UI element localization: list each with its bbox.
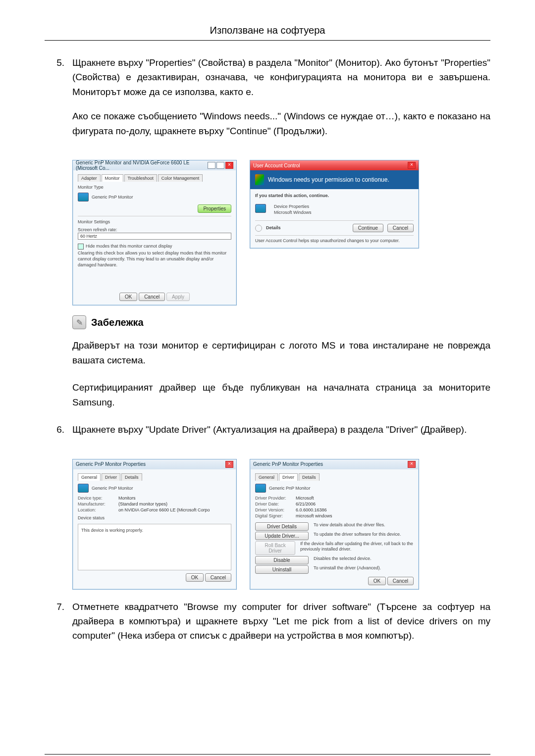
uac-actions: Details Continue Cancel — [255, 224, 414, 232]
apply-button: Apply — [166, 293, 190, 301]
driver-date-label: Driver Date: — [255, 502, 291, 506]
min-icon[interactable] — [208, 162, 215, 169]
cancel-button[interactable]: Cancel — [205, 573, 231, 582]
tab-general[interactable]: General — [255, 473, 278, 481]
step-body: Щракнете върху "Properties" (Свойства) в… — [72, 55, 490, 148]
uac-if-started: If you started this action, continue. — [255, 193, 414, 199]
device-type-label: Device type: — [78, 496, 113, 501]
uac-window: User Account Control × Windows needs you… — [250, 160, 419, 249]
step-body: Отметнете квадратчето "Browse my compute… — [72, 600, 490, 653]
cancel-button[interactable]: Cancel — [387, 577, 414, 585]
window-buttons: × — [408, 461, 416, 468]
refresh-rate-select[interactable]: 60 Hertz — [78, 233, 231, 240]
update-driver-desc: To update the driver software for this d… — [314, 532, 401, 540]
ok-button[interactable]: OK — [186, 573, 204, 582]
footer-rule — [45, 754, 490, 755]
tab-general[interactable]: General — [78, 473, 101, 481]
driver-version-label: Driver Version: — [255, 507, 291, 512]
hide-modes-checkbox[interactable] — [78, 244, 84, 250]
window-body: Adapter Monitor Troubleshoot Color Manag… — [73, 170, 236, 305]
step-5-p1: Щракнете върху "Properties" (Свойства) в… — [72, 55, 490, 99]
uac-program: Device Properties Microsoft Windows — [255, 204, 414, 215]
ms-windows-label: Microsoft Windows — [274, 210, 312, 216]
cancel-button[interactable]: Cancel — [387, 224, 414, 232]
monitor-type-label: Monitor Type — [78, 185, 231, 191]
screenshot-row-1: Generic PnP Monitor and NVIDIA GeForce 6… — [72, 160, 490, 305]
monitor-properties-window: Generic PnP Monitor and NVIDIA GeForce 6… — [72, 160, 237, 305]
step-number: 7. — [45, 600, 72, 653]
close-icon[interactable]: × — [408, 461, 416, 468]
window-title: Generic PnP Monitor Properties — [76, 461, 146, 467]
step-body: Щракнете върху "Update Driver" (Актуализ… — [72, 422, 490, 447]
manufacturer-value: (Standard monitor types) — [118, 502, 167, 506]
properties-button[interactable]: Properties — [198, 204, 231, 213]
uninstall-desc: To uninstall the driver (Advanced). — [314, 565, 381, 574]
header-rule — [45, 40, 490, 41]
step-5: 5. Щракнете върху "Properties" (Свойства… — [45, 55, 490, 148]
driver-provider-value: Microsoft — [296, 496, 314, 501]
continue-button[interactable]: Continue — [353, 224, 383, 232]
window-buttons: × — [408, 162, 416, 169]
shield-icon — [255, 174, 264, 185]
hide-modes-desc: Clearing this check box allows you to se… — [78, 251, 231, 268]
dialog-buttons: OK Cancel Apply — [78, 273, 231, 301]
max-icon[interactable] — [216, 162, 224, 169]
roll-back-driver-desc: If the device fails after updating the d… — [300, 541, 414, 555]
disable-desc: Disables the selected device. — [314, 556, 372, 564]
window-buttons: × — [208, 162, 233, 169]
step-6: 6. Щракнете върху "Update Driver" (Актуа… — [45, 422, 490, 447]
note-header: ✎ Забележка — [72, 315, 490, 329]
uac-headline: Windows needs your permission to contion… — [268, 176, 389, 183]
device-status-box: This device is working properly. — [78, 524, 231, 570]
tab-adapter[interactable]: Adapter — [78, 174, 101, 182]
monitor-name: Generic PnP Monitor — [92, 485, 133, 490]
dialog-buttons: OK Cancel — [78, 573, 231, 582]
digital-signer-label: Digital Signer: — [255, 513, 291, 518]
close-icon[interactable]: × — [225, 162, 233, 169]
note-p2: Сертифицираният драйвер ще бъде публикув… — [72, 380, 490, 409]
uac-banner: Windows needs your permission to contion… — [250, 170, 419, 189]
monitor-icon — [78, 484, 89, 493]
location-value: on NVIDIA GeForce 6600 LE (Microsoft Cor… — [118, 507, 210, 512]
tab-details[interactable]: Details — [299, 473, 320, 481]
close-icon[interactable]: × — [408, 162, 416, 169]
tab-driver[interactable]: Driver — [279, 473, 298, 481]
step-7: 7. Отметнете квадратчето "Browse my comp… — [45, 600, 490, 653]
ok-button[interactable]: OK — [119, 293, 137, 301]
digital-signer-value: microsoft windows — [296, 513, 332, 518]
chevron-down-icon[interactable] — [255, 225, 262, 232]
titlebar: Generic PnP Monitor Properties × — [250, 459, 419, 469]
step-number: 5. — [45, 55, 72, 148]
window-title: Generic PnP Monitor and NVIDIA GeForce 6… — [76, 160, 208, 171]
tab-color-management[interactable]: Color Management — [158, 174, 203, 182]
uac-footer: User Account Control helps stop unauthor… — [255, 238, 414, 244]
driver-details-button[interactable]: Driver Details — [255, 522, 309, 531]
manufacturer-label: Manufacturer: — [78, 502, 113, 506]
tab-monitor[interactable]: Monitor — [102, 174, 123, 182]
tab-troubleshoot[interactable]: Troubleshoot — [124, 174, 157, 182]
ok-button[interactable]: OK — [368, 577, 386, 585]
monitor-name: Generic PnP Monitor — [269, 485, 310, 490]
driver-provider-label: Driver Provider: — [255, 496, 291, 501]
uninstall-button[interactable]: Uninstall — [255, 565, 309, 574]
titlebar: Generic PnP Monitor and NVIDIA GeForce 6… — [73, 160, 236, 170]
window-title: Generic PnP Monitor Properties — [253, 461, 323, 467]
driver-properties-general-window: Generic PnP Monitor Properties × General… — [72, 459, 237, 590]
device-properties-label: Device Properties — [274, 204, 312, 210]
refresh-rate-label: Screen refresh rate: — [78, 227, 231, 233]
driver-details-desc: To view details about the driver files. — [314, 522, 385, 531]
window-body: General Driver Details Generic PnP Monit… — [250, 469, 419, 589]
close-icon[interactable]: × — [225, 461, 233, 468]
step-7-p1: Отметнете квадратчето "Browse my compute… — [72, 600, 490, 643]
step-6-p1: Щракнете върху "Update Driver" (Актуализ… — [72, 422, 490, 437]
cancel-button[interactable]: Cancel — [139, 293, 165, 301]
details-link[interactable]: Details — [266, 225, 349, 231]
disable-button[interactable]: Disable — [255, 556, 309, 564]
driver-properties-driver-window: Generic PnP Monitor Properties × General… — [250, 459, 419, 590]
update-driver-button[interactable]: Update Driver... — [255, 532, 309, 540]
tabs: General Driver Details — [78, 473, 231, 481]
tab-driver[interactable]: Driver — [102, 473, 120, 481]
page: Използване на софтуера 5. Щракнете върху… — [0, 0, 535, 756]
tab-details[interactable]: Details — [121, 473, 142, 481]
monitor-name: Generic PnP Monitor — [92, 195, 133, 200]
